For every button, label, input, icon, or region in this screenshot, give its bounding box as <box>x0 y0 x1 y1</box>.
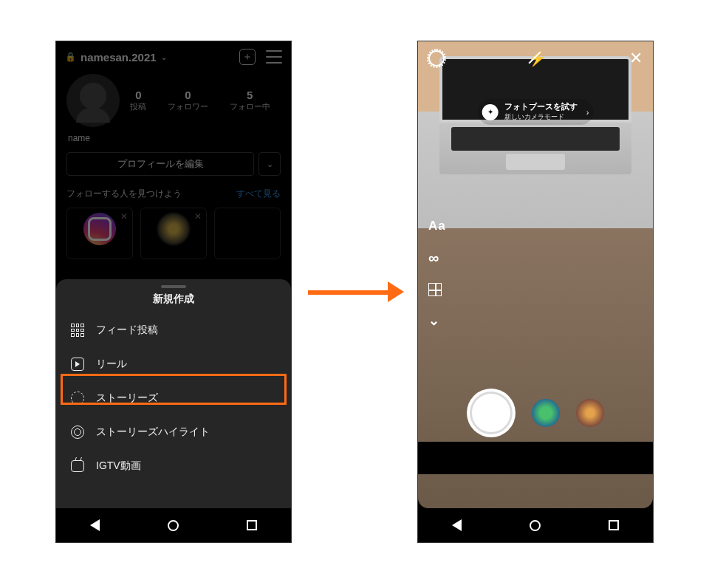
create-bottom-sheet: 新規作成 フィード投稿 リール ストーリーズ ストーリーズハイライト IGTV動… <box>56 279 291 508</box>
profile-header: 🔒 namesan.2021 ⌄ ＋ <box>56 41 291 71</box>
discover-toggle-button[interactable]: ⌄ <box>258 152 281 176</box>
close-icon[interactable]: ✕ <box>629 49 643 68</box>
instagram-icon <box>83 213 116 245</box>
sheet-item-reel[interactable]: リール <box>56 347 291 381</box>
photobooth-promo[interactable]: ✦ フォトブースを試す 新しいカメラモード › <box>478 99 594 125</box>
phone-right: ⚡ ✕ ✦ フォトブースを試す 新しいカメラモード › Aa ∞ ⌄ <box>417 41 654 543</box>
nav-back-button[interactable] <box>90 519 100 531</box>
sheet-item-label: フィード投稿 <box>96 324 158 337</box>
username-label[interactable]: namesan.2021 <box>81 51 157 64</box>
sheet-item-highlight[interactable]: ストーリーズハイライト <box>56 415 291 449</box>
effect-thumbnail[interactable] <box>532 399 560 427</box>
discover-see-all-link[interactable]: すべて見る <box>236 188 281 200</box>
nav-recents-button[interactable] <box>609 520 619 530</box>
nav-recents-button[interactable] <box>247 520 257 530</box>
sheet-item-label: ストーリーズハイライト <box>96 425 210 439</box>
suggestion-card[interactable] <box>214 208 281 259</box>
story-tools: Aa ∞ ⌄ <box>428 219 446 329</box>
display-name: name <box>56 127 291 146</box>
sheet-item-igtv[interactable]: IGTV動画 <box>56 449 291 483</box>
suggestion-card[interactable]: ✕ <box>66 208 133 259</box>
sheet-item-label: リール <box>96 358 127 371</box>
sheet-item-label: ストーリーズ <box>96 392 158 405</box>
highlight-icon <box>69 424 86 440</box>
close-icon[interactable]: ✕ <box>120 211 128 222</box>
sheet-handle[interactable] <box>161 285 186 288</box>
stat-followers[interactable]: 0 フォロワー <box>168 89 208 112</box>
lock-icon: 🔒 <box>65 52 76 62</box>
create-button[interactable]: ＋ <box>239 49 256 65</box>
grid-icon <box>69 322 86 338</box>
suggestion-card[interactable]: ✕ <box>140 208 207 259</box>
discover-label: フォローする人を見つけよう <box>66 188 182 200</box>
reel-icon <box>69 356 86 372</box>
phone-left: 🔒 namesan.2021 ⌄ ＋ 0 投稿 0 <box>55 41 292 543</box>
avatar-icon <box>157 213 190 245</box>
boomerang-tool-button[interactable]: ∞ <box>428 250 446 267</box>
sheet-item-label: IGTV動画 <box>96 459 141 473</box>
sheet-item-story[interactable]: ストーリーズ <box>56 381 291 415</box>
layout-tool-button[interactable] <box>428 283 442 296</box>
photobooth-icon: ✦ <box>482 104 499 120</box>
chevron-down-icon[interactable]: ⌄ <box>161 53 167 61</box>
dimmed-background: 🔒 namesan.2021 ⌄ ＋ 0 投稿 0 <box>56 41 291 259</box>
story-icon <box>69 390 86 406</box>
shutter-button[interactable] <box>467 389 516 437</box>
nav-home-button[interactable] <box>530 520 541 531</box>
promo-title: フォトブースを試す <box>504 102 578 112</box>
screen: ⚡ ✕ ✦ フォトブースを試す 新しいカメラモード › Aa ∞ ⌄ <box>418 41 653 542</box>
sheet-title: 新規作成 <box>56 293 291 313</box>
chevron-down-icon[interactable]: ⌄ <box>428 312 446 329</box>
stat-posts[interactable]: 0 投稿 <box>130 89 146 112</box>
avatar[interactable] <box>66 74 120 127</box>
stat-following[interactable]: 5 フォロー中 <box>230 89 270 112</box>
nav-home-button[interactable] <box>168 520 179 531</box>
menu-button[interactable] <box>266 50 282 64</box>
profile-row: 0 投稿 0 フォロワー 5 フォロー中 <box>56 71 291 127</box>
text-tool-button[interactable]: Aa <box>428 219 446 233</box>
screen: 🔒 namesan.2021 ⌄ ＋ 0 投稿 0 <box>56 41 291 542</box>
promo-subtitle: 新しいカメラモード <box>504 112 578 122</box>
flash-off-icon[interactable]: ⚡ <box>528 49 547 67</box>
edit-profile-button[interactable]: プロフィールを編集 <box>66 152 254 176</box>
android-navbar <box>56 508 291 542</box>
android-navbar <box>418 508 653 542</box>
camera-viewfinder: ⚡ ✕ ✦ フォトブースを試す 新しいカメラモード › Aa ∞ ⌄ <box>418 41 653 508</box>
effect-thumbnail[interactable] <box>576 399 604 427</box>
annotation-arrow <box>308 284 404 299</box>
sheet-item-feed[interactable]: フィード投稿 <box>56 313 291 347</box>
settings-icon[interactable] <box>428 50 445 66</box>
nav-back-button[interactable] <box>452 519 462 531</box>
chevron-right-icon: › <box>586 108 589 117</box>
close-icon[interactable]: ✕ <box>194 211 202 222</box>
bottom-black-bar <box>418 442 653 474</box>
igtv-icon <box>69 458 86 474</box>
